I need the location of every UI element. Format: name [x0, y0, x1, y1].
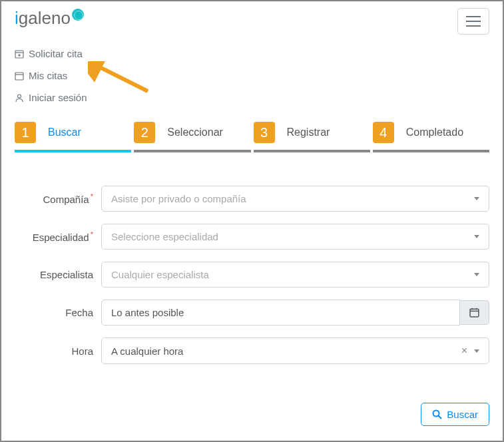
logo-text: galeno — [19, 8, 71, 29]
date-picker-button[interactable] — [460, 300, 489, 325]
calendar-icon — [15, 71, 24, 81]
search-form: Compañía* Asiste por privado o compañía … — [1, 152, 503, 364]
nav-mis-citas[interactable]: Mis citas — [15, 65, 489, 87]
wizard-steps: 1 Buscar 2 Seleccionar 3 Registrar 4 Com… — [1, 112, 503, 152]
label-especialista: Especialista — [15, 269, 101, 280]
wizard-step-completado[interactable]: 4 Completado — [373, 122, 489, 152]
required-mark: * — [91, 192, 93, 200]
svg-point-6 — [18, 95, 21, 98]
nav-label: Mis citas — [29, 70, 67, 81]
wizard-step-seleccionar[interactable]: 2 Seleccionar — [134, 122, 250, 152]
hora-value: A cualquier hora — [111, 345, 183, 357]
chevron-down-icon — [474, 235, 479, 238]
nav-solicitar-cita[interactable]: Solicitar cita — [15, 43, 489, 65]
input-fecha[interactable]: Lo antes posible — [101, 300, 460, 326]
nav-iniciar-sesion[interactable]: Iniciar sesión — [15, 87, 489, 109]
user-icon — [15, 93, 24, 103]
search-button[interactable]: Buscar — [421, 403, 489, 426]
label-hora: Hora — [15, 345, 101, 357]
label-especialidad: Especialidad* — [15, 230, 101, 243]
step-label: Buscar — [48, 126, 81, 138]
svg-rect-4 — [15, 73, 23, 80]
nav-label: Solicitar cita — [29, 48, 83, 59]
chevron-down-icon — [474, 273, 479, 276]
label-fecha: Fecha — [15, 307, 101, 318]
select-hora[interactable]: A cualquier hora × — [101, 337, 489, 364]
calendar-plus-icon — [15, 49, 24, 59]
select-placeholder: Cualquier especialista — [111, 269, 209, 280]
svg-rect-9 — [470, 309, 479, 317]
step-number: 1 — [15, 122, 36, 143]
step-label: Seleccionar — [167, 126, 223, 138]
menu-toggle-button[interactable] — [457, 8, 489, 35]
search-button-label: Buscar — [447, 409, 478, 420]
wizard-step-registrar[interactable]: 3 Registrar — [254, 122, 370, 152]
row-compania: Compañía* Asiste por privado o compañía — [15, 186, 489, 212]
step-label: Completado — [406, 126, 463, 138]
chevron-down-icon — [474, 349, 479, 353]
chevron-down-icon — [474, 197, 479, 200]
calendar-icon — [469, 308, 479, 318]
row-especialista: Especialista Cualquier especialista — [15, 262, 489, 288]
step-number: 2 — [134, 122, 155, 143]
required-mark: * — [91, 230, 93, 238]
select-especialidad[interactable]: Seleccione especialidad — [101, 224, 489, 250]
select-compania[interactable]: Asiste por privado o compañía — [101, 186, 489, 212]
fecha-value: Lo antes posible — [111, 307, 184, 318]
row-fecha: Fecha Lo antes posible — [15, 300, 489, 326]
svg-line-14 — [439, 416, 442, 419]
row-hora: Hora A cualquier hora × — [15, 337, 489, 364]
step-number: 4 — [373, 122, 394, 143]
nav-label: Iniciar sesión — [29, 92, 87, 103]
clear-icon[interactable]: × — [461, 345, 467, 357]
step-label: Registrar — [287, 126, 330, 138]
form-footer: Buscar — [1, 376, 503, 439]
step-number: 3 — [254, 122, 275, 143]
label-compania: Compañía* — [15, 192, 101, 205]
globe-icon — [72, 9, 84, 21]
select-especialista[interactable]: Cualquier especialista — [101, 262, 489, 288]
logo[interactable]: igaleno — [15, 8, 84, 29]
select-placeholder: Seleccione especialidad — [111, 231, 218, 242]
search-icon — [432, 409, 442, 419]
header: igaleno — [1, 1, 503, 35]
row-especialidad: Especialidad* Seleccione especialidad — [15, 224, 489, 250]
wizard-step-buscar[interactable]: 1 Buscar — [15, 122, 131, 152]
svg-point-13 — [433, 411, 439, 417]
nav-menu: Solicitar cita Mis citas Iniciar sesión — [1, 35, 503, 112]
select-placeholder: Asiste por privado o compañía — [111, 193, 246, 204]
